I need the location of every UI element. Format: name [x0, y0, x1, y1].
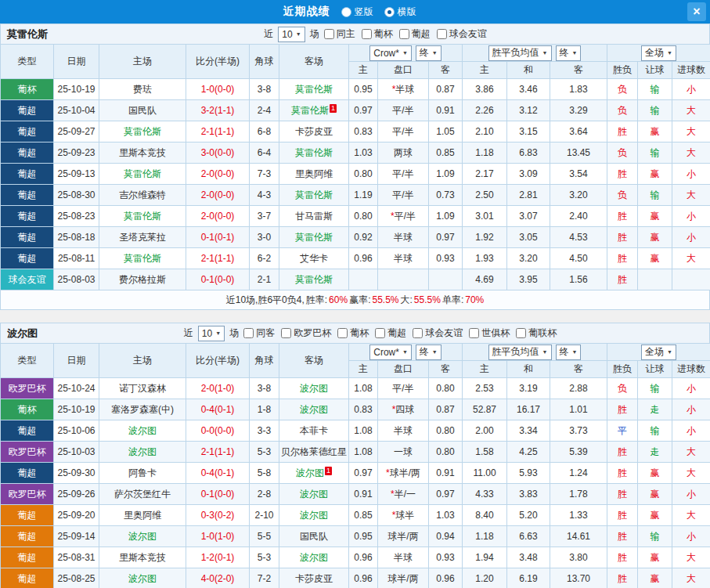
- odds-away-cell: 0.73: [429, 185, 463, 206]
- filter-checkbox[interactable]: 球会友谊: [413, 326, 463, 340]
- odds-time-select[interactable]: 终▼: [416, 345, 441, 360]
- radio-unchecked-icon[interactable]: [341, 7, 351, 17]
- filter-checkbox[interactable]: 葡杯: [337, 326, 369, 340]
- col-header-result-wdl: 胜负: [607, 62, 638, 79]
- filter-label: 葡杯: [350, 326, 369, 340]
- stat-label: 单率:: [442, 294, 463, 307]
- away-team-cell: 艾华卡: [279, 248, 349, 269]
- games-label: 场: [229, 326, 239, 340]
- result-handicap-cell: 输: [638, 142, 672, 164]
- odds-time-select[interactable]: 终▼: [416, 45, 441, 61]
- score-cell: 4-0(2-0): [186, 568, 250, 588]
- filter-checkbox[interactable]: 同主: [324, 27, 355, 41]
- avg-odds-select[interactable]: 胜平负均值▼: [488, 345, 552, 360]
- result-handicap-cell: 赢: [638, 505, 672, 526]
- competition-cell: 葡超: [1, 505, 54, 526]
- team-name-text: 国民队: [300, 531, 328, 542]
- odds-away-cell: 0.91: [429, 463, 463, 484]
- home-team-cell: 莫雷伦斯: [99, 121, 186, 142]
- chevron-down-icon: ▼: [542, 50, 548, 56]
- home-team-cell: 费尔格拉斯: [99, 269, 186, 290]
- layout-option-vertical[interactable]: 竖版: [341, 5, 373, 19]
- home-team-cell: 里斯本竞技: [99, 142, 186, 164]
- star-mark: *: [391, 489, 395, 500]
- col-header-handicap: 盘口: [378, 361, 429, 378]
- result-goals-cell: 大: [672, 100, 710, 121]
- filter-checkbox[interactable]: 球会友谊: [437, 27, 487, 41]
- team-name-text: 本菲卡: [300, 425, 328, 436]
- odds-company-select[interactable]: Crow*▼: [369, 45, 412, 61]
- corner-cell: 5-8: [250, 463, 279, 484]
- team-name-text: 波尔图: [128, 425, 157, 436]
- result-goals-cell: 小: [672, 420, 710, 442]
- filter-checkbox[interactable]: 世俱杯: [469, 326, 510, 340]
- result-handicap-cell: 走: [638, 399, 672, 420]
- corner-cell: 1-8: [250, 399, 279, 420]
- avg-time-select[interactable]: 终▼: [556, 345, 582, 360]
- filter-checkbox[interactable]: 欧罗巴杯: [281, 326, 331, 340]
- odds-company-select[interactable]: Crow*▼: [369, 345, 412, 360]
- odds-home-cell: 0.85: [349, 505, 378, 526]
- avg-home-cell: 4.33: [463, 484, 507, 505]
- radio-checked-icon[interactable]: [384, 7, 395, 17]
- score-cell: 2-0(1-0): [186, 378, 250, 399]
- corner-cell: 6-8: [250, 121, 279, 142]
- filter-checkbox[interactable]: 葡超: [399, 27, 431, 41]
- scope-select[interactable]: 全场▼: [641, 345, 676, 360]
- home-team-cell: 里奥阿维: [99, 505, 186, 526]
- date-cell: 25-09-26: [54, 484, 99, 505]
- filter-label: 葡联杯: [528, 326, 557, 340]
- match-row: 葡超25-08-31里斯本竞技1-2(0-1)5-3波尔图0.96半球0.931…: [1, 547, 710, 568]
- handicap-cell: 平/半: [378, 121, 429, 142]
- checkbox-icon[interactable]: [281, 328, 291, 338]
- match-count-select[interactable]: 10▼: [198, 326, 225, 341]
- result-goals-cell: 大: [672, 568, 710, 588]
- results-table: 类型 日期 主场 比分(半场) 角球 客场 Crow*▼ 终▼ 胜平负均: [0, 44, 710, 290]
- avg-odds-select[interactable]: 胜平负均值▼: [488, 45, 552, 61]
- match-count-select[interactable]: 10▼: [278, 27, 305, 42]
- result-handicap-cell: 赢: [638, 568, 672, 588]
- col-header-home: 主场: [99, 344, 186, 378]
- filter-checkbox[interactable]: 同客: [243, 326, 275, 340]
- away-team-cell: 波尔图1: [279, 463, 349, 484]
- competition-cell: 葡超: [1, 547, 54, 568]
- checkbox-icon[interactable]: [362, 29, 372, 39]
- match-row: 葡超25-09-20里奥阿维0-3(0-2)2-10波尔图0.85*球半1.03…: [1, 505, 710, 526]
- avg-time-select[interactable]: 终▼: [556, 45, 582, 61]
- odds-away-cell: 0.97: [429, 484, 463, 505]
- date-cell: 25-10-24: [54, 378, 99, 399]
- result-handicap-cell: 输: [638, 526, 672, 547]
- checkbox-icon[interactable]: [437, 29, 447, 39]
- checkbox-icon[interactable]: [337, 328, 348, 338]
- competition-cell: 球会友谊: [1, 269, 54, 290]
- result-goals-cell: 小: [672, 484, 710, 505]
- checkbox-icon[interactable]: [399, 29, 409, 39]
- avg-home-cell: 11.00: [463, 463, 507, 484]
- checkbox-icon[interactable]: [375, 328, 385, 338]
- col-header-avg-away: 客: [550, 62, 607, 79]
- layout-option-horizontal[interactable]: 横版: [384, 5, 416, 19]
- result-wdl-cell: 胜: [607, 547, 638, 568]
- checkbox-icon[interactable]: [516, 328, 526, 338]
- games-label: 场: [310, 27, 319, 41]
- score-cell: 0-4(0-1): [186, 463, 250, 484]
- checkbox-icon[interactable]: [469, 328, 479, 338]
- scope-select[interactable]: 全场▼: [641, 45, 676, 61]
- away-team-cell: 贝尔格莱德红星: [279, 442, 349, 463]
- avg-away-cell: 3.54: [550, 164, 607, 185]
- close-button[interactable]: ×: [687, 2, 706, 21]
- checkbox-icon[interactable]: [243, 328, 254, 338]
- filter-checkbox[interactable]: 葡联杯: [516, 326, 557, 340]
- home-team-cell: 阿鲁卡: [99, 463, 186, 484]
- odds-away-cell: 0.93: [429, 547, 463, 568]
- checkbox-icon[interactable]: [413, 328, 423, 338]
- corner-cell: 3-3: [250, 420, 279, 442]
- avg-draw-cell: 5.20: [507, 505, 550, 526]
- odds-home-cell: 0.91: [349, 484, 378, 505]
- filter-checkbox[interactable]: 葡杯: [362, 27, 393, 41]
- checkbox-icon[interactable]: [324, 29, 334, 39]
- result-goals-cell: [672, 269, 710, 290]
- score-cell: 0-1(0-0): [186, 269, 250, 290]
- home-team-cell: 塞洛罗森塞(中): [99, 399, 186, 420]
- filter-checkbox[interactable]: 葡超: [375, 326, 406, 340]
